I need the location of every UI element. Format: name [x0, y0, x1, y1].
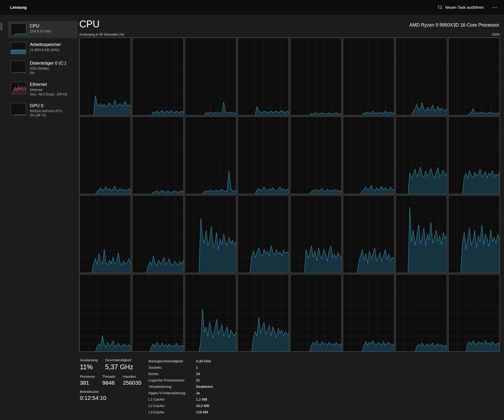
- sidebar-item-cpu[interactable]: CPU 11% 5,37 GHz: [8, 21, 78, 38]
- handles-label: Handles: [123, 375, 142, 379]
- sidebar-item-title: Datenträger 0 (C:): [30, 61, 66, 66]
- cpu-core-chart-30: [395, 274, 447, 352]
- sidebar-item-gpu[interactable]: GPU 0 NVIDIA GeForce RTX... 3% (36 °C): [8, 101, 78, 120]
- detail-label: Hyper-V-Unterstützung:: [148, 390, 196, 396]
- sidebar-item-ethernet[interactable]: Ethernet Ethernet Ges.: 48,0 Empf.: 200 …: [8, 79, 78, 99]
- sidebar-item-subtitle: SSD (NVMe): [30, 66, 66, 71]
- processes-value: 381: [80, 380, 95, 386]
- sidebar-item-subtitle: NVIDIA GeForce RTX...: [30, 109, 65, 114]
- processes-stat: Prozesse 381: [80, 375, 95, 386]
- detail-value: 16,0 MB: [196, 403, 209, 409]
- gpu-mini-chart: [11, 103, 26, 115]
- cpu-stats-primary: Auslastung 11% Geschwindigkeit 5,37 GHz …: [80, 358, 148, 415]
- utilization-value: 11%: [80, 363, 98, 371]
- cpu-core-chart-18: [185, 195, 236, 273]
- speed-stat: Geschwindigkeit 5,37 GHz: [105, 358, 133, 371]
- detail-label: Virtualisierung:: [148, 384, 196, 389]
- cpu-performance-panel: CPU AMD Ryzen 9 9950X3D 16-Core Processo…: [78, 15, 504, 420]
- cpu-core-chart-1: [132, 37, 184, 115]
- cpu-core-chart-29: [343, 274, 394, 352]
- sidebar-item-disk[interactable]: Datenträger 0 (C:) SSD (NVMe) 0%: [8, 58, 78, 78]
- cpu-core-chart-3: [237, 37, 289, 115]
- cpu-detail-row: Virtualisierung: Deaktiviert: [148, 384, 213, 389]
- cpu-core-chart-0: [79, 37, 131, 115]
- cpu-detail-row: Kerne: 16: [148, 371, 213, 377]
- cpu-core-chart-9: [132, 116, 184, 194]
- threads-stat: Threads 9846: [102, 375, 115, 386]
- disk-mini-chart: [11, 61, 26, 73]
- uptime-value: 0:12:54:10: [80, 395, 106, 401]
- cpu-detail-row: L2-Cache: 16,0 MB: [148, 403, 213, 409]
- speed-value: 5,37 GHz: [105, 363, 133, 371]
- cpu-core-chart-31: [448, 274, 500, 352]
- window-body: CPU 11% 5,37 GHz Arbeitsspeicher 21,8/63…: [0, 15, 504, 420]
- chart-caption: Auslastung in 60 Sekunden (%) 100%: [79, 33, 500, 36]
- run-new-task-button[interactable]: Neuen Task ausführen: [438, 5, 484, 10]
- cpu-core-chart-20: [290, 195, 342, 273]
- sidebar-scrollbar[interactable]: [1, 23, 2, 31]
- detail-value: 1,2 MB: [196, 397, 207, 402]
- sidebar-item-subtitle: 11% 5,37 GHz: [30, 29, 51, 34]
- sidebar-item-title: Ethernet: [30, 82, 68, 87]
- sidebar-item-memory[interactable]: Arbeitsspeicher 21,8/63,6 GB (34%): [8, 40, 78, 57]
- cpu-core-chart-4: [290, 37, 342, 115]
- cpu-core-chart-11: [237, 116, 289, 194]
- cpu-detail-row: Sockets: 1: [148, 365, 213, 370]
- cpu-core-chart-10: [185, 116, 236, 194]
- cpu-core-chart-13: [343, 116, 394, 194]
- utilization-stat: Auslastung 11%: [80, 358, 98, 371]
- sidebar-item-subtitle: Ges.: 48,0 Empf.: 200 KE: [30, 92, 68, 97]
- cpu-core-chart-23: [448, 195, 500, 273]
- cpu-core-chart-16: [79, 195, 131, 273]
- cpu-detail-row: Hyper-V-Unterstützung: Ja: [148, 390, 213, 396]
- cpu-panel-title: CPU: [79, 19, 100, 29]
- sidebar-item-subtitle: 0%: [30, 71, 66, 75]
- detail-label: L2-Cache:: [148, 403, 196, 409]
- cpu-mini-chart: [11, 23, 26, 36]
- detail-label: Kerne:: [148, 371, 196, 377]
- detail-value: 32: [196, 378, 200, 383]
- run-new-task-label: Neuen Task ausführen: [445, 5, 484, 10]
- cpu-details-list: Basisgeschwindigkeit: 4,30 GHz Sockets: …: [148, 358, 213, 415]
- sidebar-item-title: CPU: [30, 23, 51, 29]
- uptime-stat: Betriebszeit 0:12:54:10: [80, 390, 106, 401]
- cpu-core-chart-7: [448, 37, 500, 115]
- sidebar-item-subtitle: Ethernet: [30, 88, 68, 92]
- cpu-core-chart-8: [79, 116, 131, 194]
- performance-sidebar: CPU 11% 5,37 GHz Arbeitsspeicher 21,8/63…: [0, 15, 78, 420]
- chart-time-window-label: Auslastung in 60 Sekunden (%): [79, 33, 124, 36]
- sidebar-item-title: Arbeitsspeicher: [30, 42, 61, 47]
- cpu-core-chart-2: [185, 37, 236, 115]
- cpu-core-chart-26: [185, 274, 236, 352]
- cpu-core-chart-14: [395, 116, 447, 194]
- sidebar-item-subtitle: 3% (36 °C): [30, 113, 65, 118]
- memory-mini-chart: [11, 42, 26, 54]
- threads-value: 9846: [102, 380, 115, 386]
- detail-value: 4,30 GHz: [196, 359, 211, 364]
- title-bar-actions: Neuen Task ausführen ⋯: [438, 5, 497, 10]
- detail-label: Sockets:: [148, 365, 196, 370]
- detail-label: Basisgeschwindigkeit:: [148, 359, 196, 364]
- new-task-icon: [438, 5, 443, 10]
- detail-value: 16: [196, 371, 200, 377]
- cpu-detail-row: L3-Cache: 128 MB: [148, 410, 213, 415]
- cpu-core-chart-17: [132, 195, 184, 273]
- detail-value: 128 MB: [196, 410, 208, 415]
- cpu-core-chart-21: [343, 195, 394, 273]
- cpu-core-chart-5: [343, 37, 394, 115]
- detail-label: L1-Cache:: [148, 397, 196, 402]
- chart-max-percent-label: 100%: [491, 33, 500, 36]
- processor-name: AMD Ryzen 9 9950X3D 16-Core Processor: [409, 22, 499, 29]
- more-options-button[interactable]: ⋯: [492, 5, 497, 10]
- detail-value: Deaktiviert: [196, 384, 213, 389]
- cpu-detail-row: Basisgeschwindigkeit: 4,30 GHz: [148, 359, 213, 364]
- uptime-label: Betriebszeit: [80, 390, 106, 394]
- handles-stat: Handles 256035: [123, 375, 142, 386]
- detail-label: L3-Cache:: [148, 410, 196, 415]
- core-charts-grid: [79, 37, 500, 352]
- title-bar: Leistung Neuen Task ausführen ⋯: [0, 0, 504, 15]
- cpu-stats-section: Auslastung 11% Geschwindigkeit 5,37 GHz …: [79, 352, 500, 415]
- cpu-core-chart-19: [237, 195, 289, 273]
- cpu-core-chart-25: [132, 274, 184, 352]
- cpu-core-chart-12: [290, 116, 342, 194]
